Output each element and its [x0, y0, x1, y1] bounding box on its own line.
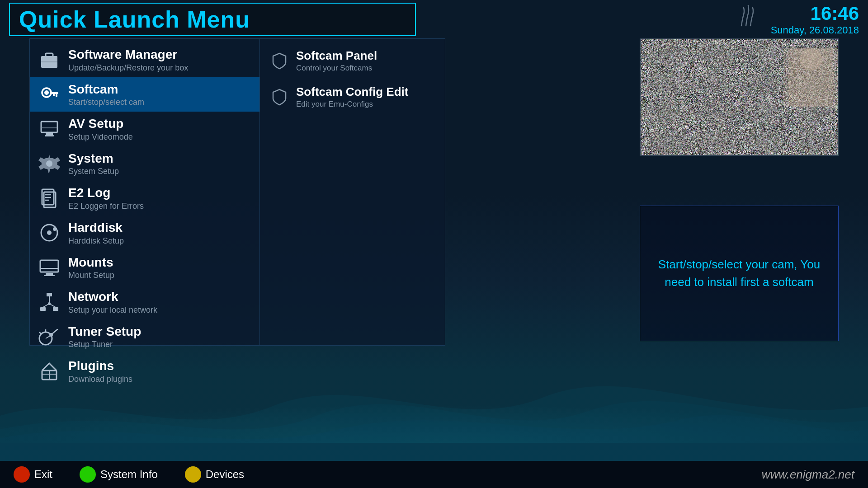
menu-subtitle-harddisk: Harddisk Setup [68, 236, 253, 246]
clock-time: 16:46 [771, 3, 859, 24]
svg-rect-9 [46, 133, 53, 135]
video-area [640, 38, 839, 156]
menu-subtitle-mounts: Mount Setup [68, 271, 253, 280]
menu-subtitle-tuner-setup: Setup Tuner [68, 340, 253, 349]
footer: Exit System Info Devices www.enigma2.net [0, 461, 868, 488]
menu-item-harddisk[interactable]: Harddisk Harddisk Setup [30, 216, 259, 250]
menu-item-network[interactable]: Network Setup your local network [30, 285, 259, 319]
monitor-icon [37, 117, 61, 141]
menu-subtitle-software-manager: Update/Backup/Restore your box [68, 63, 253, 73]
document-icon [37, 186, 61, 211]
clock-date: Sunday, 26.08.2018 [771, 24, 859, 36]
svg-point-19 [47, 230, 52, 235]
menu-title-network: Network [68, 289, 253, 305]
menu-text-e2-log: E2 Log E2 Loggen for Errors [68, 185, 253, 211]
footer-website: www.enigma2.net [762, 468, 868, 482]
svg-rect-23 [46, 273, 53, 275]
video-person-figure [783, 48, 838, 107]
menu-item-e2-log[interactable]: E2 Log E2 Loggen for Errors [30, 181, 259, 216]
menu-title-tuner-setup: Tuner Setup [68, 324, 253, 339]
shield-icon-1 [269, 51, 289, 71]
svg-point-40 [189, 471, 197, 478]
info-box: Start/stop/select your cam, You need to … [640, 206, 839, 341]
header-right: 16:46 Sunday, 26.08.2018 [735, 3, 859, 36]
left-menu-panel: Software Manager Update/Backup/Restore y… [29, 38, 260, 346]
menu-text-software-manager: Software Manager Update/Backup/Restore y… [68, 47, 253, 73]
menu-title-av-setup: AV Setup [68, 116, 253, 131]
footer-system-info-label: System Info [100, 468, 158, 481]
gear-icon [37, 151, 61, 176]
network-icon [37, 290, 61, 314]
info-text: Start/stop/select your cam, You need to … [649, 256, 829, 291]
menu-item-softcam[interactable]: Softcam Start/stop/select cam [30, 77, 259, 112]
menu-subtitle-network: Setup your local network [68, 305, 253, 315]
footer-devices-label: Devices [206, 468, 244, 481]
right-submenu-panel: Softcam Panel Control your Softcams Soft… [260, 38, 445, 346]
svg-rect-10 [45, 135, 54, 136]
svg-point-31 [48, 302, 51, 305]
submenu-title-softcam-config: Softcam Config Edit [296, 85, 408, 99]
menu-title-harddisk: Harddisk [68, 220, 253, 235]
svg-rect-8 [41, 122, 57, 132]
menu-item-mounts[interactable]: Mounts Mount Setup [30, 250, 259, 285]
menu-title-plugins: Plugins [68, 358, 253, 374]
menu-subtitle-av-setup: Setup Videomode [68, 132, 253, 142]
main-content: Software Manager Update/Backup/Restore y… [0, 38, 868, 346]
submenu-item-softcam-config[interactable]: Softcam Config Edit Edit your Emu-Config… [260, 79, 445, 115]
menu-text-plugins: Plugins Download plugins [68, 358, 253, 384]
submenu-text-softcam-panel: Softcam Panel Control your Softcams [296, 49, 377, 73]
menu-text-harddisk: Harddisk Harddisk Setup [68, 220, 253, 246]
menu-item-plugins[interactable]: Plugins Download plugins [30, 354, 259, 389]
svg-rect-1 [46, 53, 53, 57]
satellite-icon [37, 324, 61, 349]
menu-subtitle-softcam: Start/stop/select cam [68, 98, 253, 107]
menu-text-tuner-setup: Tuner Setup Setup Tuner [68, 324, 253, 350]
svg-rect-24 [44, 275, 55, 276]
menu-item-software-manager[interactable]: Software Manager Update/Backup/Restore y… [30, 42, 259, 77]
menu-subtitle-system: System Setup [68, 167, 253, 176]
video-preview [640, 38, 839, 156]
menu-subtitle-e2-log: E2 Loggen for Errors [68, 202, 253, 211]
svg-rect-6 [56, 94, 57, 97]
menu-title-system: System [68, 151, 253, 166]
menu-text-system: System System Setup [68, 151, 253, 177]
menu-text-softcam: Softcam Start/stop/select cam [68, 82, 253, 108]
menu-title-e2-log: E2 Log [68, 185, 253, 201]
svg-point-38 [18, 471, 25, 478]
footer-exit[interactable]: Exit [0, 461, 66, 488]
yellow-button[interactable] [185, 466, 201, 483]
footer-exit-label: Exit [34, 468, 52, 481]
footer-devices[interactable]: Devices [171, 461, 762, 488]
svg-rect-21 [40, 260, 58, 272]
svg-rect-27 [53, 307, 58, 311]
red-button[interactable] [14, 466, 30, 483]
shield-icon-2 [269, 87, 289, 107]
briefcase-icon [37, 47, 61, 72]
menu-title-softcam: Softcam [68, 82, 253, 97]
menu-item-system[interactable]: System System Setup [30, 146, 259, 181]
steam-icon [735, 3, 762, 35]
key-icon [37, 82, 61, 107]
desktop-icon [37, 255, 61, 280]
svg-point-39 [84, 471, 91, 478]
clock-area: 16:46 Sunday, 26.08.2018 [771, 3, 859, 36]
svg-point-4 [44, 90, 49, 95]
footer-system-info[interactable]: System Info [66, 461, 171, 488]
submenu-subtitle-softcam-panel: Control your Softcams [296, 64, 377, 73]
menu-title-software-manager: Software Manager [68, 47, 253, 62]
menu-title-mounts: Mounts [68, 255, 253, 270]
submenu-item-softcam-panel[interactable]: Softcam Panel Control your Softcams [260, 42, 445, 79]
menu-subtitle-plugins: Download plugins [68, 375, 253, 384]
menu-text-av-setup: AV Setup Setup Videomode [68, 116, 253, 142]
menu-text-network: Network Setup your local network [68, 289, 253, 315]
svg-rect-2 [41, 61, 57, 62]
disk-icon [37, 221, 61, 245]
green-button[interactable] [80, 466, 96, 483]
box-icon [37, 359, 61, 384]
menu-text-mounts: Mounts Mount Setup [68, 255, 253, 281]
menu-item-av-setup[interactable]: AV Setup Setup Videomode [30, 112, 259, 146]
menu-item-tuner-setup[interactable]: Tuner Setup Setup Tuner [30, 319, 259, 354]
submenu-subtitle-softcam-config: Edit your Emu-Configs [296, 100, 408, 109]
submenu-text-softcam-config: Softcam Config Edit Edit your Emu-Config… [296, 85, 408, 109]
submenu-title-softcam-panel: Softcam Panel [296, 49, 377, 63]
